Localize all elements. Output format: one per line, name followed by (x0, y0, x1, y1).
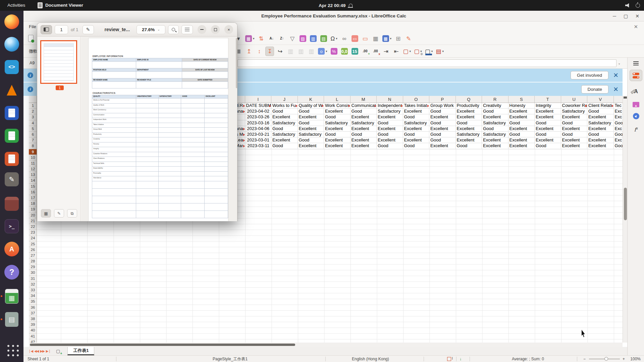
cell[interactable]: Excellent (456, 109, 482, 114)
row-header-25[interactable]: 25 (29, 241, 37, 247)
cell[interactable]: Satisfactory (587, 120, 614, 126)
cell[interactable]: Good (403, 114, 430, 120)
column-header-M[interactable]: M (351, 96, 377, 103)
row-header-38[interactable]: 38 (29, 316, 37, 322)
row-header-7[interactable]: 7 (29, 137, 37, 143)
dock-gimp-button[interactable] (4, 171, 20, 187)
activities-button[interactable]: Activities (5, 0, 28, 11)
document-scrollbar-thumb[interactable] (236, 38, 237, 88)
cell[interactable]: Good (482, 126, 508, 132)
cell[interactable]: Excellent (561, 114, 588, 120)
minimize-button[interactable] (198, 25, 206, 34)
cell[interactable]: Satisfactory (298, 132, 324, 137)
cell[interactable]: Exc (614, 137, 623, 143)
last-sheet-button[interactable]: ▶❘ (46, 349, 51, 353)
previous-sheet-button[interactable]: ◀◀ (34, 349, 39, 353)
cell[interactable]: Productivity (456, 103, 482, 109)
insert-pivot-table-button[interactable]: ▤ (319, 34, 328, 43)
menu-file[interactable]: File (29, 21, 36, 32)
format-as-number-button[interactable]: 0,0 (340, 47, 349, 56)
volume-icon[interactable] (625, 3, 630, 8)
first-sheet-button[interactable]: ❘◀ (28, 349, 33, 353)
cell[interactable]: Client Relati (587, 103, 614, 109)
column-header-J[interactable]: J (271, 96, 298, 103)
cell[interactable]: Work Consis (324, 103, 351, 109)
row-header-16[interactable]: 16 (29, 189, 37, 195)
page-style[interactable]: PageStyle_工作表1 (213, 356, 248, 362)
dock-appgrid-button[interactable] (4, 341, 20, 357)
insert-chart-button[interactable]: ▥ (309, 34, 318, 43)
merge-and-center-cells-button[interactable]: ▥ (286, 47, 295, 56)
sheet-tab-active[interactable]: 工作表1 (67, 347, 94, 355)
headers-and-footers-button[interactable]: ▭ (361, 34, 370, 43)
cell[interactable]: Satisfactory (271, 120, 298, 126)
conditional-formatting-dropdown[interactable]: ▾ (442, 50, 444, 53)
row-header-15[interactable]: 15 (29, 184, 37, 189)
select-all-corner[interactable] (29, 96, 37, 103)
cell[interactable]: Exc (614, 109, 623, 114)
column-header-U[interactable]: U (561, 96, 588, 103)
row-header-42[interactable]: 42 (29, 339, 37, 343)
row-header-8[interactable]: 8 (29, 143, 37, 149)
sidebar-toggle-button[interactable] (41, 25, 52, 34)
search-button[interactable] (168, 25, 179, 34)
background-color-button[interactable]: ▢▾ (424, 47, 434, 56)
row-header-31[interactable]: 31 (29, 276, 37, 282)
cell[interactable]: Excellent (482, 137, 508, 143)
column-header-L[interactable]: L (324, 96, 351, 103)
align-top-button[interactable]: ↥ (245, 47, 253, 56)
cell[interactable]: Works to Fu (271, 103, 298, 109)
cell[interactable]: 2023-03-11 (245, 143, 272, 149)
zoom-slider-thumb[interactable] (604, 357, 608, 361)
page-thumbnail[interactable] (40, 40, 77, 84)
dock-software-button[interactable] (4, 241, 20, 257)
row-header-5[interactable]: 5 (29, 126, 37, 132)
cell[interactable]: 2023-03-26 (245, 114, 272, 120)
cell[interactable]: Coworker Re (561, 103, 588, 109)
cell[interactable]: Excellent (456, 126, 482, 132)
cell[interactable]: Excellent (377, 114, 403, 120)
row-header-4[interactable]: 4 (29, 120, 37, 126)
cell[interactable]: Excellent (508, 137, 535, 143)
cell[interactable]: Exc (614, 114, 623, 120)
row-header-28[interactable]: 28 (29, 258, 37, 264)
borders-dropdown[interactable]: ▾ (410, 50, 411, 53)
cell[interactable]: Satisfactory (482, 120, 508, 126)
cell[interactable]: Good (535, 132, 561, 137)
row-header-13[interactable]: 13 (29, 172, 37, 178)
close-button[interactable]: × (224, 25, 233, 34)
cell[interactable]: Excellent (298, 114, 324, 120)
row-header-3[interactable]: 3 (29, 114, 37, 120)
close-notification-icon[interactable]: ✕ (613, 86, 619, 93)
cell[interactable]: Satisfactory (377, 109, 403, 114)
sort-button[interactable]: ⇅ (257, 34, 266, 43)
row-header-10[interactable]: 10 (29, 155, 37, 161)
cell[interactable]: Good (324, 132, 351, 137)
cell[interactable]: Excellent (324, 109, 351, 114)
background-color-dropdown[interactable]: ▾ (431, 50, 433, 53)
insert-image-button[interactable]: ▨ (299, 34, 307, 43)
zoom-out-button[interactable]: − (583, 356, 586, 362)
cell[interactable]: Goo (614, 143, 623, 149)
cell[interactable]: Integrity (535, 103, 561, 109)
cell[interactable]: Excellent (535, 137, 561, 143)
text-language[interactable]: English (Hong Kong) (352, 356, 389, 362)
cell[interactable]: Excellent (351, 126, 377, 132)
calc-minimize-button[interactable]: ─ (613, 14, 616, 18)
row-header-20[interactable]: 20 (29, 213, 37, 218)
split-handle[interactable] (624, 97, 627, 99)
cell[interactable]: Excellent (561, 143, 588, 149)
cell[interactable]: Excellent (508, 126, 535, 132)
cell[interactable]: Good (456, 143, 482, 149)
row-header-35[interactable]: 35 (29, 299, 37, 304)
row-header-14[interactable]: 14 (29, 178, 37, 183)
cell[interactable]: Good (298, 120, 324, 126)
row-header-41[interactable]: 41 (29, 334, 37, 339)
format-as-date-button[interactable]: 15 (351, 47, 359, 56)
row-header-12[interactable]: 12 (29, 166, 37, 172)
format-as-currency-dropdown[interactable]: ▾ (326, 50, 327, 53)
wrap-text-button[interactable]: ↪ (276, 47, 284, 56)
maximize-button[interactable] (211, 25, 220, 34)
row-header-29[interactable]: 29 (29, 264, 37, 270)
column-header-P[interactable]: P (429, 96, 456, 103)
